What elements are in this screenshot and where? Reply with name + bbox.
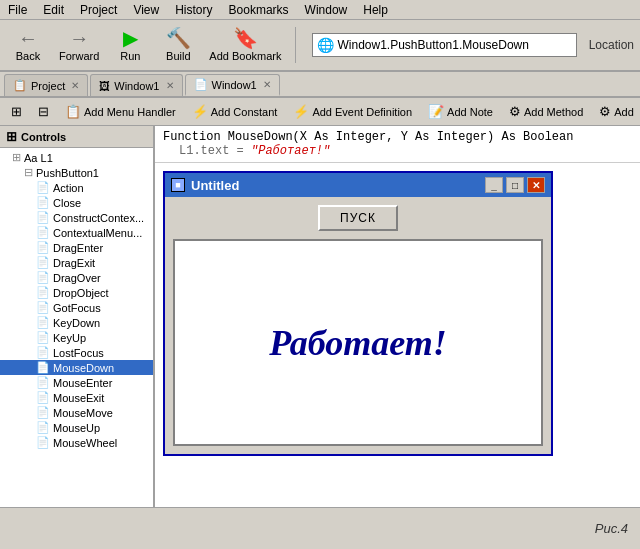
gotfocus-doc-icon: 📄 <box>36 301 50 314</box>
tree-item-dropobject[interactable]: 📄 DropObject <box>0 285 153 300</box>
gotfocus-label: GotFocus <box>53 302 101 314</box>
label-text: Работает! <box>269 322 447 364</box>
pusk-button[interactable]: ПУСК <box>318 205 398 231</box>
back-label: Back <box>16 50 40 62</box>
run-icon: ▶ <box>123 28 138 48</box>
tree-item-gotfocus[interactable]: 📄 GotFocus <box>0 300 153 315</box>
window1-design-tab-close[interactable]: ✕ <box>166 80 174 91</box>
tree-item-constructcontext[interactable]: 📄 ConstructContex... <box>0 210 153 225</box>
tree-item-keydown[interactable]: 📄 KeyDown <box>0 315 153 330</box>
tree-item-mouseenter[interactable]: 📄 MouseEnter <box>0 375 153 390</box>
pic-caption: Рис.4 <box>595 521 628 536</box>
add-menu-handler-label: Add Menu Handler <box>84 106 176 118</box>
add-note-button[interactable]: 📝 Add Note <box>421 101 500 123</box>
tree-item-mouseexit[interactable]: 📄 MouseExit <box>0 390 153 405</box>
project-tab-icon: 📋 <box>13 79 27 92</box>
tree-item-aa-l1[interactable]: ⊞ Aa L1 <box>0 150 153 165</box>
project-tab-close[interactable]: ✕ <box>71 80 79 91</box>
mousewheel-label: MouseWheel <box>53 437 117 449</box>
mouseexit-label: MouseExit <box>53 392 104 404</box>
dragenter-label: DragEnter <box>53 242 103 254</box>
forward-label: Forward <box>59 50 99 62</box>
keydown-label: KeyDown <box>53 317 100 329</box>
tree-item-lostfocus[interactable]: 📄 LostFocus <box>0 345 153 360</box>
forward-button[interactable]: → Forward <box>54 23 104 67</box>
method-icon: ⚙ <box>509 104 521 119</box>
event-icon: ⚡ <box>293 104 309 119</box>
minimize-button[interactable]: _ <box>485 177 503 193</box>
run-button[interactable]: ▶ Run <box>108 23 152 67</box>
menu-handler-icon: 📋 <box>65 104 81 119</box>
mousemove-doc-icon: 📄 <box>36 406 50 419</box>
tree-area[interactable]: ⊞ Aa L1 ⊟ PushButton1 📄 Action 📄 Close 📄… <box>0 148 153 507</box>
maximize-button[interactable]: □ <box>506 177 524 193</box>
tree-item-dragenter[interactable]: 📄 DragEnter <box>0 240 153 255</box>
code-area: Function MouseDown(X As Integer, Y As In… <box>155 126 640 163</box>
build-button[interactable]: 🔨 Build <box>156 23 200 67</box>
window-icon: ■ <box>171 178 185 192</box>
tab-window1-design[interactable]: 🖼 Window1 ✕ <box>90 74 182 96</box>
grid-view-btn1[interactable]: ⊞ <box>4 101 29 123</box>
mousemove-label: MouseMove <box>53 407 113 419</box>
tree-item-contextualmenu[interactable]: 📄 ContextualMenu... <box>0 225 153 240</box>
dragover-doc-icon: 📄 <box>36 271 50 284</box>
tabs-row: 📋 Project ✕ 🖼 Window1 ✕ 📄 Window1 ✕ <box>0 72 640 98</box>
add-menu-handler-button[interactable]: 📋 Add Menu Handler <box>58 101 183 123</box>
constant-icon: ⚡ <box>192 104 208 119</box>
tab-project[interactable]: 📋 Project ✕ <box>4 74 88 96</box>
close-window-button[interactable]: ✕ <box>527 177 545 193</box>
tree-item-mousedown[interactable]: 📄 MouseDown <box>0 360 153 375</box>
menu-project[interactable]: Project <box>76 1 121 19</box>
close-doc-icon: 📄 <box>36 196 50 209</box>
menu-window[interactable]: Window <box>301 1 352 19</box>
keydown-doc-icon: 📄 <box>36 316 50 329</box>
tree-item-mouseup[interactable]: 📄 MouseUp <box>0 420 153 435</box>
add-note-label: Add Note <box>447 106 493 118</box>
project-tab-label: Project <box>31 80 65 92</box>
preview-window: ■ Untitled _ □ ✕ ПУСК Работает! <box>163 171 553 456</box>
window1-code-tab-label: Window1 <box>212 79 257 91</box>
dropobject-doc-icon: 📄 <box>36 286 50 299</box>
add-method-button[interactable]: ⚙ Add Method <box>502 101 590 123</box>
window1-design-tab-icon: 🖼 <box>99 80 110 92</box>
tree-item-keyup[interactable]: 📄 KeyUp <box>0 330 153 345</box>
function-signature: Function MouseDown(X As Integer, Y As In… <box>163 130 632 144</box>
constructcontext-doc-icon: 📄 <box>36 211 50 224</box>
menu-history[interactable]: History <box>171 1 216 19</box>
tree-item-action[interactable]: 📄 Action <box>0 180 153 195</box>
grid-icon-2: ⊟ <box>38 104 49 119</box>
controls-icon: ⊞ <box>6 129 17 144</box>
close-label: Close <box>53 197 81 209</box>
bottom-bar: Рис.4 <box>0 507 640 549</box>
add-more-button[interactable]: ⚙ Add <box>592 101 640 123</box>
window1-code-tab-close[interactable]: ✕ <box>263 79 271 90</box>
tree-item-mousewheel[interactable]: 📄 MouseWheel <box>0 435 153 450</box>
tree-item-label: Aa L1 <box>24 152 53 164</box>
menu-help[interactable]: Help <box>359 1 392 19</box>
tree-item-close[interactable]: 📄 Close <box>0 195 153 210</box>
grid-icon-1: ⊞ <box>11 104 22 119</box>
menu-bookmarks[interactable]: Bookmarks <box>225 1 293 19</box>
run-label: Run <box>120 50 140 62</box>
add-event-definition-button[interactable]: ⚡ Add Event Definition <box>286 101 419 123</box>
tree-item-dragexit[interactable]: 📄 DragExit <box>0 255 153 270</box>
contextualmenu-doc-icon: 📄 <box>36 226 50 239</box>
tab-window1-code[interactable]: 📄 Window1 ✕ <box>185 74 280 96</box>
grid-view-btn2[interactable]: ⊟ <box>31 101 56 123</box>
menu-file[interactable]: File <box>4 1 31 19</box>
location-icon: 🌐 <box>317 37 334 53</box>
tree-item-dragover[interactable]: 📄 DragOver <box>0 270 153 285</box>
left-panel: ⊞ Controls ⊞ Aa L1 ⊟ PushButton1 📄 Actio… <box>0 126 155 507</box>
menu-edit[interactable]: Edit <box>39 1 68 19</box>
bookmark-icon: 🔖 <box>233 28 258 48</box>
tree-item-pushbutton1[interactable]: ⊟ PushButton1 <box>0 165 153 180</box>
tree-item-mousemove[interactable]: 📄 MouseMove <box>0 405 153 420</box>
add-constant-button[interactable]: ⚡ Add Constant <box>185 101 285 123</box>
location-bar[interactable]: 🌐 Window1.PushButton1.MouseDown <box>312 33 577 57</box>
back-button[interactable]: ← Back <box>6 23 50 67</box>
mousedown-label: MouseDown <box>53 362 114 374</box>
mouseup-doc-icon: 📄 <box>36 421 50 434</box>
add-bookmark-button[interactable]: 🔖 Add Bookmark <box>204 23 286 67</box>
window1-code-tab-icon: 📄 <box>194 78 208 91</box>
menu-view[interactable]: View <box>129 1 163 19</box>
